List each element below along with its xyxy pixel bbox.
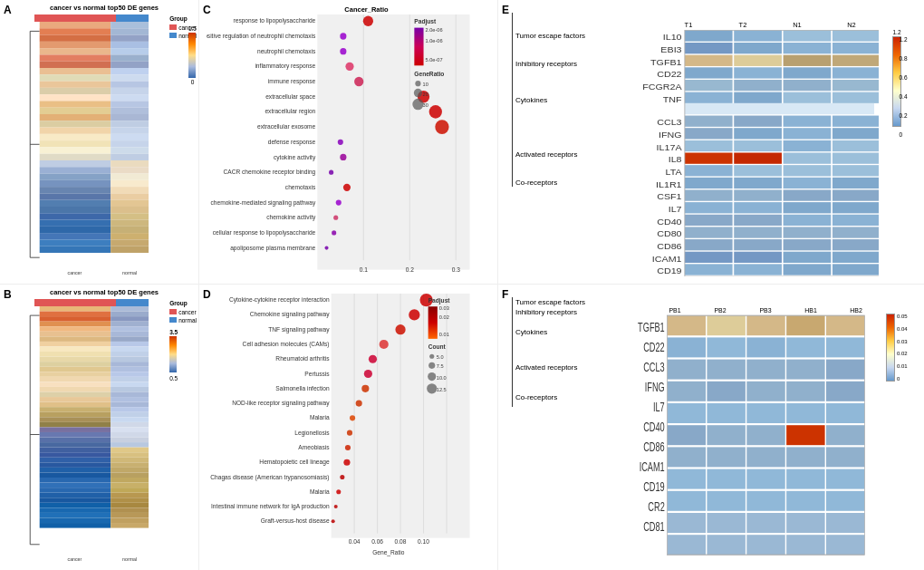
svg-rect-151 [40, 417, 111, 422]
col-header-HB1: HB1 [788, 297, 833, 314]
svg-text:30: 30 [423, 102, 428, 108]
svg-rect-159 [40, 438, 111, 443]
svg-rect-446 [668, 337, 706, 357]
svg-rect-363 [685, 80, 733, 91]
svg-rect-387 [833, 140, 879, 151]
svg-rect-128 [111, 357, 149, 362]
svg-text:0.02: 0.02 [439, 314, 449, 320]
svg-rect-31 [111, 121, 149, 127]
svg-rect-399 [685, 178, 733, 188]
svg-rect-1 [111, 22, 149, 28]
svg-rect-465 [707, 403, 745, 423]
svg-rect-356 [833, 55, 879, 66]
panel-D-dotplot: Cytokine-cytokine receptor interaction C… [207, 294, 493, 556]
svg-rect-422 [833, 227, 879, 237]
svg-text:Malaria: Malaria [310, 488, 330, 495]
panel-E-heatmap-svg: IL10 EBI3 TGFB1 [625, 29, 879, 276]
svg-rect-426 [784, 239, 832, 250]
svg-rect-50 [40, 187, 111, 193]
svg-rect-441 [707, 315, 745, 335]
col-header-N2: N2 [824, 13, 879, 29]
svg-rect-456 [826, 360, 864, 380]
panel-E-group-labels: Tumor escape factors Inhibitory receptor… [507, 13, 625, 276]
svg-point-281 [414, 89, 422, 97]
svg-rect-142 [111, 392, 149, 398]
panel-D: D Cytokine-cytokine receptor interaction… [199, 285, 497, 570]
svg-rect-53 [111, 193, 149, 199]
svg-rect-24 [40, 101, 111, 107]
svg-text:CD81: CD81 [643, 519, 665, 535]
svg-rect-116 [111, 326, 149, 332]
svg-rect-406 [784, 189, 832, 200]
svg-rect-48 [40, 180, 111, 187]
svg-rect-382 [833, 128, 879, 139]
svg-rect-41 [111, 154, 149, 160]
svg-rect-346 [833, 30, 879, 41]
cancer-group-bar [34, 14, 116, 22]
svg-rect-427 [833, 239, 879, 250]
col-header-N1: N1 [770, 13, 824, 29]
svg-text:IL7: IL7 [653, 400, 665, 415]
col-header-HB2: HB2 [833, 297, 879, 314]
svg-text:immune response: immune response [268, 78, 316, 85]
svg-text:cancer: cancer [68, 556, 82, 562]
svg-text:extracellular space: extracellular space [265, 93, 315, 101]
col-header-PB3: PB3 [743, 297, 788, 314]
svg-rect-419 [685, 227, 733, 237]
group-label-tumor-escape: Tumor escape factors [515, 32, 585, 40]
svg-text:CACR chemokine receptor bindin: CACR chemokine receptor binding [223, 169, 315, 176]
svg-rect-379 [685, 128, 733, 139]
svg-rect-349 [734, 43, 782, 53]
svg-rect-459 [707, 382, 745, 401]
svg-rect-164 [111, 448, 149, 453]
svg-rect-390 [734, 153, 782, 164]
svg-rect-417 [833, 215, 879, 226]
svg-text:IL17A: IL17A [657, 143, 682, 152]
svg-text:IL7: IL7 [669, 205, 682, 214]
svg-rect-58 [40, 213, 111, 219]
svg-rect-429 [685, 252, 733, 263]
svg-point-262 [338, 140, 343, 145]
svg-rect-380 [734, 128, 782, 139]
svg-rect-188 [111, 507, 149, 513]
svg-rect-119 [40, 336, 111, 342]
svg-point-264 [329, 170, 333, 175]
svg-rect-155 [40, 427, 111, 432]
svg-rect-59 [111, 213, 149, 219]
svg-text:Chemokine signaling pathway: Chemokine signaling pathway [250, 311, 331, 318]
svg-rect-435 [734, 264, 782, 275]
svg-text:Padjust: Padjust [428, 297, 451, 304]
panel-F-heatmap-svg: TGFB1 CD22 CCL3 [616, 314, 879, 563]
svg-rect-69 [111, 246, 149, 253]
group-label-co-receptors: Co-receptors [515, 179, 557, 187]
svg-rect-442 [746, 315, 784, 335]
svg-rect-51 [111, 187, 149, 193]
svg-rect-65 [111, 233, 149, 239]
svg-rect-443 [786, 315, 824, 335]
svg-rect-29 [111, 114, 149, 121]
svg-rect-160 [111, 438, 149, 443]
svg-rect-183 [40, 498, 111, 503]
svg-point-319 [340, 475, 344, 479]
svg-rect-67 [111, 239, 149, 246]
panel-B-label: B [4, 288, 12, 301]
svg-text:5.0e-07: 5.0e-07 [426, 57, 443, 63]
svg-rect-19 [111, 82, 149, 88]
svg-rect-13 [111, 62, 149, 68]
svg-rect-503 [786, 535, 824, 555]
svg-rect-430 [734, 252, 782, 263]
svg-text:Malaria: Malaria [310, 414, 330, 420]
panel-B-title: cancer vs normal top50 DE genes [14, 288, 194, 296]
svg-text:apoliposome plasma membrane: apoliposome plasma membrane [230, 245, 315, 252]
svg-point-336 [428, 362, 435, 369]
svg-rect-145 [40, 402, 111, 408]
svg-text:cancer: cancer [68, 270, 82, 275]
svg-point-315 [350, 415, 355, 420]
svg-rect-358 [685, 67, 733, 78]
svg-rect-450 [826, 337, 864, 357]
svg-text:10.0: 10.0 [437, 375, 447, 381]
svg-text:FCGR2A: FCGR2A [642, 82, 682, 92]
svg-rect-165 [40, 452, 111, 458]
svg-rect-30 [40, 121, 111, 127]
svg-rect-452 [668, 360, 706, 380]
